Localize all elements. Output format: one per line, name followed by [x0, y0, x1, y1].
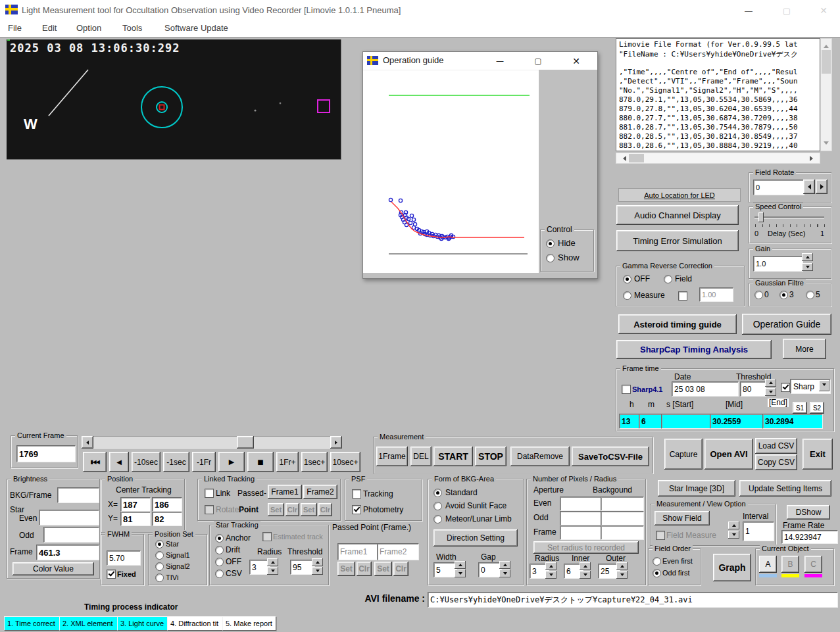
bkg-frame-input[interactable]: [57, 487, 99, 503]
width-input[interactable]: 5: [433, 562, 457, 577]
menu-edit[interactable]: Edit: [42, 23, 57, 33]
csv-vscrollbar[interactable]: [820, 38, 832, 151]
seconds-start-field[interactable]: [661, 414, 712, 429]
spinner-down-icon[interactable]: [455, 570, 466, 577]
object-c-button[interactable]: C: [804, 556, 822, 573]
spinner-up-icon[interactable]: [499, 561, 510, 569]
seek-right-button[interactable]: [330, 436, 342, 449]
spinner-down-icon[interactable]: [802, 263, 813, 271]
minus-1sec-button[interactable]: -1sec: [163, 452, 189, 472]
passed-set1-button[interactable]: Set: [337, 562, 355, 576]
menu-file[interactable]: File: [8, 23, 22, 33]
inner-spinner[interactable]: [580, 562, 591, 579]
scroll-right-icon[interactable]: [810, 156, 816, 161]
guide-hide-radio[interactable]: [546, 239, 555, 248]
spinner-up-icon[interactable]: [545, 562, 556, 570]
avi-filename-input[interactable]: C:¥Users¥yhide¥OneDrive¥デスクトップ¥capture¥2…: [428, 592, 838, 608]
rotate-checkbox[interactable]: [205, 505, 214, 514]
one-frame-button[interactable]: 1Frame: [376, 447, 408, 466]
minimize-button[interactable]: —: [735, 3, 762, 18]
hscroll-thumb[interactable]: [629, 154, 644, 162]
pixels-even-background-input[interactable]: [601, 497, 644, 511]
spinner-down-icon[interactable]: [765, 388, 776, 396]
maximize-button[interactable]: ▢: [774, 3, 800, 18]
spinner-down-icon[interactable]: [728, 531, 739, 539]
plus-10sec-button[interactable]: 10sec+: [330, 452, 360, 472]
linked-set1-button[interactable]: Set: [268, 503, 284, 516]
sharp-mode-checkbox[interactable]: [781, 383, 790, 392]
pixels-odd-aperture-input[interactable]: [560, 511, 602, 525]
spinner-down-icon[interactable]: [545, 571, 556, 579]
graph-button[interactable]: Graph: [713, 554, 751, 581]
stop-button[interactable]: ■: [247, 452, 274, 472]
update-setting-items-button[interactable]: Update Setting Items: [739, 480, 831, 497]
x-center-field[interactable]: 187: [120, 497, 151, 512]
hours-field[interactable]: 13: [619, 414, 641, 429]
link-checkbox[interactable]: [205, 489, 214, 498]
capture-button[interactable]: Capture: [664, 439, 703, 470]
object-a-button[interactable]: A: [759, 556, 777, 573]
rewind-button[interactable]: ▮◀◀: [83, 452, 107, 472]
asteroid-timing-guide-button[interactable]: Asteroid timing guide: [618, 314, 737, 334]
open-avi-button[interactable]: Open AVI: [704, 439, 753, 470]
current-frame-input[interactable]: 1769: [16, 445, 76, 462]
timing-error-simulation-button[interactable]: Timing Error Simulation: [616, 230, 739, 251]
linked-clr2-button[interactable]: Clr: [318, 503, 332, 516]
passed-frame1-field[interactable]: Frame1: [337, 543, 378, 560]
linked-clr1-button[interactable]: Clr: [285, 503, 299, 516]
dropdown-button[interactable]: [819, 380, 829, 391]
menu-software-update[interactable]: Software Update: [164, 23, 228, 33]
plus-1sec-button[interactable]: 1sec+: [301, 452, 328, 472]
threshold-spinner[interactable]: [765, 379, 776, 396]
save-to-csv-button[interactable]: SaveToCSV-File: [572, 447, 649, 466]
speed-slider-thumb[interactable]: [758, 212, 764, 222]
operation-guide-window[interactable]: Operation guide — ▢ ✕ Control Hide Show: [362, 51, 598, 279]
spinner-down-icon[interactable]: [580, 571, 591, 579]
seek-scrollbar[interactable]: [82, 436, 342, 449]
frame-brightness-input[interactable]: 461.3: [36, 545, 99, 560]
y-tracking-field[interactable]: 82: [152, 512, 182, 526]
position-set-signal2-radio[interactable]: [155, 562, 164, 571]
radius-spinner[interactable]: [545, 562, 556, 579]
field-measure-checkbox[interactable]: [656, 531, 665, 540]
tab-diffraction[interactable]: 4. Diffraction tit: [167, 616, 224, 631]
gamma-apply-checkbox[interactable]: [678, 291, 687, 301]
step-back-button[interactable]: ◀: [109, 452, 129, 472]
menu-tools[interactable]: Tools: [122, 23, 142, 33]
gain-input[interactable]: 1.0: [753, 256, 803, 272]
gamma-off-radio[interactable]: [623, 275, 631, 283]
play-button[interactable]: ▶: [218, 452, 245, 472]
psf-tracking-checkbox[interactable]: [352, 489, 361, 498]
gamma-measure-radio[interactable]: [623, 291, 631, 300]
more-button[interactable]: More: [783, 339, 826, 359]
tab-light-curve[interactable]: 3. Light curve: [117, 616, 168, 631]
copy-csv-button[interactable]: Copy CSV: [755, 454, 797, 470]
guide-close-button[interactable]: ✕: [564, 53, 588, 68]
tab-make-report[interactable]: 5. Make report: [222, 616, 276, 631]
passed-set2-button[interactable]: Set: [374, 562, 392, 576]
date-input[interactable]: 25 03 08: [672, 381, 739, 397]
x-tracking-field[interactable]: 186: [152, 497, 182, 512]
star-image-3d-button[interactable]: Star Image [3D]: [658, 480, 735, 497]
spinner-down-icon[interactable]: [499, 570, 510, 577]
bkg-standard-radio[interactable]: [433, 489, 442, 497]
vscroll-thumb[interactable]: [822, 50, 831, 74]
spinner-down-icon[interactable]: [616, 571, 628, 579]
spinner-up-icon[interactable]: [728, 522, 739, 529]
gamma-value-field[interactable]: 1.00: [699, 287, 733, 302]
passed-frame2-field[interactable]: Frame2: [377, 543, 419, 560]
guide-maximize-button[interactable]: ▢: [526, 53, 550, 68]
star-odd-input[interactable]: [43, 527, 99, 543]
close-button[interactable]: ✕: [810, 3, 837, 18]
width-spinner[interactable]: [455, 561, 466, 577]
gap-spinner[interactable]: [499, 561, 510, 577]
gaussian-5-radio[interactable]: [806, 291, 814, 299]
minus-1frame-button[interactable]: -1Fr: [192, 452, 216, 472]
sharp41-checkbox[interactable]: [622, 385, 631, 394]
passed-clr1-button[interactable]: Clr: [357, 562, 372, 576]
tracking-csv-radio[interactable]: [215, 570, 224, 578]
passed-clr2-button[interactable]: Clr: [393, 562, 408, 576]
del-button[interactable]: DEL: [410, 447, 432, 466]
pixels-even-aperture-input[interactable]: [560, 497, 602, 511]
even-first-radio[interactable]: [653, 557, 661, 566]
